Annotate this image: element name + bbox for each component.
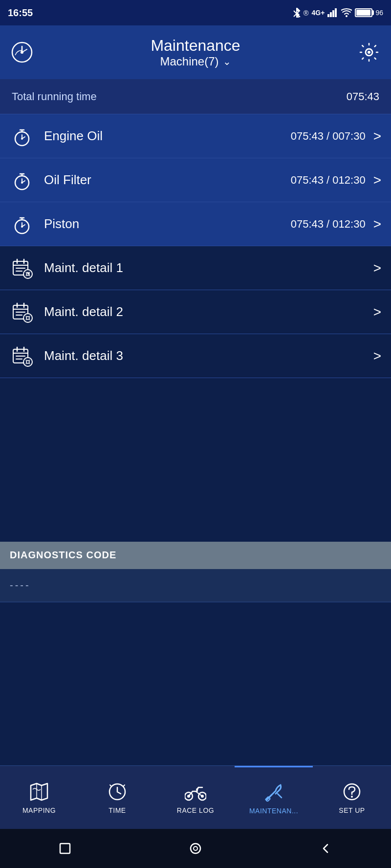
maint-detail-3-item[interactable]: Maint. detail 3 > [0,334,391,378]
maint-detail-3-label: Maint. detail 3 [44,348,373,363]
engine-oil-item[interactable]: Engine Oil 075:43 / 007:30 > [0,114,391,158]
stopwatch-icon [10,124,34,148]
diagnostics-title: DIAGNOSTICS CODE [10,550,116,561]
network-icon: 4G+ [312,9,325,17]
svg-point-12 [21,138,23,140]
diagnostics-value-row: ---- [0,569,391,602]
oil-filter-value: 075:43 / 012:30 [291,174,366,187]
nav-item-race-log[interactable]: RACE LOG [156,766,235,829]
machine-selector[interactable]: Machine(7) ⌄ [34,55,357,68]
nav-label-time: TIME [109,806,126,814]
total-running-value: 075:43 [347,90,379,103]
nav-item-maintenance[interactable]: MAINTENAN... [235,766,313,829]
bottom-navigation: MAPPING TIME RACE LOG [0,765,391,829]
clock-icon [108,781,127,803]
diagnostics-value: ---- [10,580,31,591]
svg-point-55 [194,847,197,850]
engine-oil-value: 075:43 / 007:30 [291,130,366,143]
svg-point-14 [21,182,23,184]
android-home-button[interactable] [183,836,208,861]
svg-rect-3 [330,12,332,17]
stopwatch-icon-2 [10,168,34,192]
svg-point-52 [351,796,353,798]
svg-point-48 [201,795,204,798]
total-running-label: Total running time [12,90,97,103]
piston-chevron: > [373,216,381,232]
svg-point-54 [191,844,200,853]
maint-detail-1-item[interactable]: Maint. detail 1 > [0,246,391,290]
android-square-button[interactable] [53,836,77,861]
engine-oil-label: Engine Oil [44,128,291,144]
map-icon [30,781,48,803]
main-empty-area [0,602,391,766]
header: Maintenance Machine(7) ⌄ [0,25,391,79]
header-center: Maintenance Machine(7) ⌄ [34,37,357,68]
svg-point-16 [21,226,23,228]
battery-icon [355,8,372,17]
nav-item-mapping[interactable]: MAPPING [0,766,78,829]
maint-detail-1-chevron: > [373,260,381,276]
question-circle-icon [343,781,361,803]
chevron-down-icon: ⌄ [223,56,231,67]
svg-marker-41 [31,783,47,800]
maint-detail-2-chevron: > [373,304,381,320]
nav-label-maintenance: MAINTENAN... [249,807,298,815]
nav-label-race-log: RACE LOG [177,806,214,814]
battery-level: 96 [375,9,383,17]
svg-rect-53 [60,844,70,853]
total-running-time-row: Total running time 075:43 [0,79,391,114]
bluetooth-icon [293,8,301,18]
calendar-gear-icon-2 [10,300,34,324]
oil-filter-label: Oil Filter [44,172,291,188]
piston-label: Piston [44,216,291,232]
svg-point-10 [368,51,370,54]
status-icons: ® 4G+ 96 [293,8,384,18]
registered-icon: ® [304,9,309,17]
maint-detail-2-item[interactable]: Maint. detail 2 > [0,290,391,334]
android-navigation [0,829,391,868]
calendar-gear-icon-3 [10,344,34,368]
nav-item-time[interactable]: TIME [78,766,156,829]
maint-detail-1-label: Maint. detail 1 [44,260,373,275]
svg-line-49 [278,794,282,798]
svg-rect-2 [327,14,329,17]
nav-item-setup[interactable]: SET UP [313,766,391,829]
svg-rect-5 [335,8,337,17]
piston-item[interactable]: Piston 075:43 / 012:30 > [0,202,391,246]
page-title: Maintenance [34,37,357,55]
piston-value: 075:43 / 012:30 [291,218,366,231]
engine-oil-chevron: > [373,128,381,144]
machine-name: Machine(7) [160,55,218,68]
oil-filter-item[interactable]: Oil Filter 075:43 / 012:30 > [0,158,391,202]
svg-point-6 [346,15,348,17]
empty-content-area [0,378,391,542]
svg-point-8 [21,51,23,54]
wifi-icon [341,8,352,17]
dashboard-icon [10,40,34,64]
calendar-gear-icon-1 [10,256,34,280]
status-time: 16:55 [8,7,33,19]
maint-detail-3-chevron: > [373,348,381,364]
diagnostics-header: DIAGNOSTICS CODE [0,542,391,569]
maintenance-list: Engine Oil 075:43 / 007:30 > Oil Filter … [0,114,391,378]
nav-label-mapping: MAPPING [22,806,56,814]
signal-icon [327,8,338,17]
wrench-icon [265,782,282,803]
svg-point-31 [23,314,32,322]
android-back-button[interactable] [314,836,338,861]
nav-label-setup: SET UP [339,806,365,814]
oil-filter-chevron: > [373,172,381,188]
maint-detail-2-label: Maint. detail 2 [44,304,373,319]
status-bar: 16:55 ® 4G+ 96 [0,0,391,25]
svg-point-47 [187,795,190,798]
settings-button[interactable] [357,40,381,64]
svg-rect-4 [332,10,334,17]
stopwatch-icon-3 [10,212,34,236]
svg-point-39 [23,358,32,366]
motorcycle-icon [185,781,206,803]
